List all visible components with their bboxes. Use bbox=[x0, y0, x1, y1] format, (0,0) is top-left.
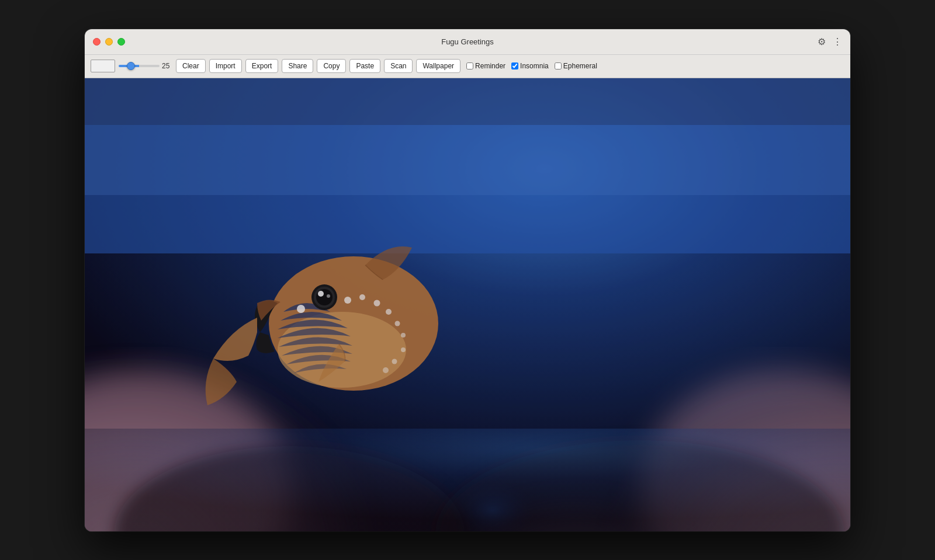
paste-button[interactable]: Paste bbox=[349, 59, 380, 73]
maximize-button[interactable] bbox=[117, 38, 125, 46]
slider-value: 25 bbox=[162, 62, 172, 70]
svg-rect-31 bbox=[85, 429, 850, 531]
ephemeral-checkbox[interactable] bbox=[555, 62, 562, 69]
clear-button[interactable]: Clear bbox=[176, 59, 206, 73]
insomnia-checkbox[interactable] bbox=[511, 62, 518, 69]
import-button[interactable]: Import bbox=[209, 59, 242, 73]
toolbar: 25 Clear Import Export Share Copy Paste … bbox=[85, 55, 850, 78]
titlebar: Fugu Greetings ⚙ ⋮ bbox=[85, 29, 850, 55]
menu-icon[interactable]: ⋮ bbox=[833, 36, 842, 47]
share-button[interactable]: Share bbox=[282, 59, 313, 73]
traffic-lights bbox=[93, 38, 125, 46]
brush-size-slider[interactable] bbox=[119, 65, 160, 67]
insomnia-checkbox-label[interactable]: Insomnia bbox=[511, 62, 549, 70]
slider-container: 25 bbox=[119, 62, 172, 70]
reminder-checkbox-label[interactable]: Reminder bbox=[466, 62, 505, 70]
checkbox-group: Reminder Insomnia Ephemeral bbox=[466, 62, 597, 70]
scan-button[interactable]: Scan bbox=[384, 59, 413, 73]
titlebar-actions: ⚙ ⋮ bbox=[818, 36, 842, 47]
minimize-button[interactable] bbox=[105, 38, 113, 46]
canvas-area[interactable] bbox=[85, 78, 850, 531]
svg-rect-32 bbox=[85, 78, 850, 125]
extensions-icon[interactable]: ⚙ bbox=[818, 36, 826, 47]
export-button[interactable]: Export bbox=[245, 59, 279, 73]
ephemeral-checkbox-label[interactable]: Ephemeral bbox=[555, 62, 597, 70]
fish-scene bbox=[85, 78, 850, 531]
copy-button[interactable]: Copy bbox=[317, 59, 346, 73]
reminder-checkbox[interactable] bbox=[466, 62, 473, 69]
app-window: Fugu Greetings ⚙ ⋮ 25 Clear Import Expor… bbox=[85, 29, 850, 531]
color-swatch[interactable] bbox=[91, 60, 115, 72]
window-title: Fugu Greetings bbox=[441, 37, 494, 46]
wallpaper-button[interactable]: Wallpaper bbox=[416, 59, 460, 73]
close-button[interactable] bbox=[93, 38, 101, 46]
